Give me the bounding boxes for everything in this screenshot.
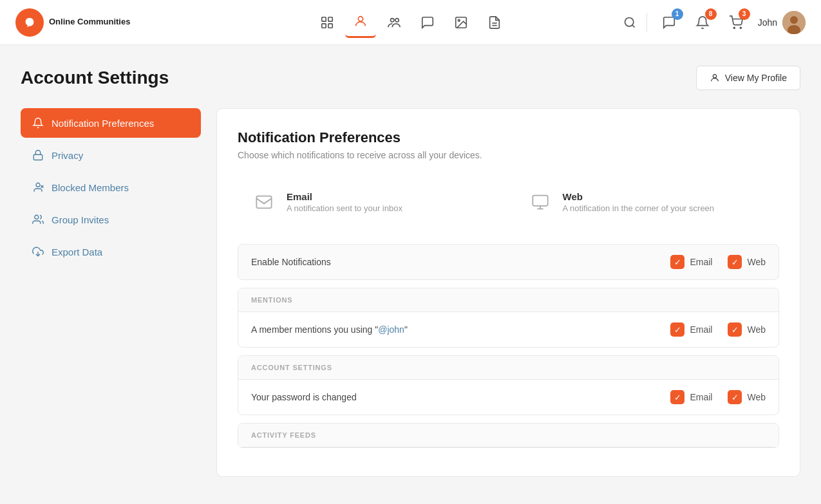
member-mention-row: A member mentions you using "@john" ✓ Em… [238,312,779,347]
svg-point-5 [390,18,394,21]
avatar [782,11,806,34]
sidebar-item-export-data[interactable]: Export Data [21,237,201,266]
svg-point-8 [458,19,460,21]
account-settings-group: ACCOUNT SETTINGS Your password is change… [238,355,779,415]
sidebar-item-notification-preferences[interactable]: Notification Preferences [21,108,201,138]
section-title: Notification Preferences [238,129,779,146]
enable-notifications-label: Enable Notifications [251,257,670,267]
nav-messages-btn[interactable] [412,7,443,38]
search-btn[interactable] [623,16,636,29]
view-profile-label: View My Profile [725,73,787,83]
web-channel-card: Web A notification in the corner of your… [514,178,780,226]
sidebar-label-blocked-members: Blocked Members [52,182,129,193]
topnav-icons [213,7,609,38]
mention-web-checkbox[interactable]: ✓ [728,322,742,337]
svg-rect-2 [321,23,325,27]
channel-cards: Email A notification sent to your inbox … [238,178,779,226]
content-layout: Notification Preferences Privacy Blocked… [21,108,800,477]
cloud-icon [32,246,44,257]
email-channel-card: Email A notification sent to your inbox [238,178,504,226]
svg-point-6 [395,18,399,21]
topnav: Online Communities [0,0,821,45]
password-email-label: Email [690,392,712,402]
cart-badge-btn[interactable]: 3 [724,11,748,34]
brand-name: Online Communities [49,17,130,28]
main-content: Notification Preferences Choose which no… [216,108,800,477]
member-mention-label: A member mentions you using "@john" [251,324,670,335]
sidebar-item-group-invites[interactable]: Group Invites [21,205,201,234]
activity-feeds-group: ACTIVITY FEEDS [238,423,779,448]
svg-point-23 [35,215,39,219]
enable-web-label: Web [747,257,766,267]
user-block-icon [32,182,44,193]
sidebar-item-blocked-members[interactable]: Blocked Members [21,173,201,202]
enable-email-check[interactable]: ✓ Email [670,255,712,269]
svg-point-18 [713,75,716,78]
mentions-group-header: MENTIONS [238,288,779,312]
enable-email-label: Email [690,257,712,267]
mention-email-checkbox[interactable]: ✓ [670,322,684,337]
password-changed-row: Your password is changed ✓ Email ✓ Web [238,380,779,415]
email-icon [250,189,278,216]
sidebar-label-privacy: Privacy [52,150,83,161]
password-email-checkbox[interactable]: ✓ [670,390,684,404]
email-channel-desc: A notification sent to your inbox [287,203,402,213]
mention-email-check[interactable]: ✓ Email [670,322,712,337]
svg-point-14 [740,27,741,28]
password-email-check[interactable]: ✓ Email [670,390,712,404]
nav-profile-btn[interactable] [345,7,376,38]
password-web-check[interactable]: ✓ Web [728,390,766,404]
page-header: Account Settings View My Profile [21,66,800,90]
activity-feeds-group-header: ACTIVITY FEEDS [238,424,779,447]
nav-documents-btn[interactable] [479,7,510,38]
messages-badge: 1 [672,8,683,20]
view-profile-button[interactable]: View My Profile [696,66,800,90]
password-web-checkbox[interactable]: ✓ [728,390,742,404]
enable-notifications-checks: ✓ Email ✓ Web [670,255,766,269]
nav-dashboard-btn[interactable] [312,7,343,38]
nav-media-btn[interactable] [446,7,477,38]
mention-email-label: Email [690,324,712,335]
messages-badge-btn[interactable]: 1 [657,11,681,34]
nav-groups-btn[interactable] [379,7,410,38]
section-desc: Choose which notifications to receive ac… [238,150,779,160]
sidebar-item-privacy[interactable]: Privacy [21,140,201,170]
enable-web-checkbox[interactable]: ✓ [728,255,742,269]
password-changed-checks: ✓ Email ✓ Web [670,390,766,404]
enable-email-checkbox[interactable]: ✓ [670,255,684,269]
profile-icon [710,73,720,83]
web-channel-name: Web [563,191,715,202]
svg-point-11 [625,17,633,26]
web-channel-desc: A notification in the corner of your scr… [563,203,715,213]
account-settings-group-header: ACCOUNT SETTINGS [238,356,779,380]
user-info[interactable]: John [758,11,806,34]
svg-rect-1 [328,17,332,21]
mention-web-label: Web [747,324,766,335]
topnav-right: 1 8 3 John [608,11,806,34]
monitor-icon [527,189,554,216]
svg-rect-3 [328,23,332,27]
notifications-badge-btn[interactable]: 8 [691,11,714,34]
logo-icon[interactable] [15,8,44,37]
password-changed-label: Your password is changed [251,392,670,402]
sidebar: Notification Preferences Privacy Blocked… [21,108,201,477]
topnav-brand: Online Communities [15,8,213,37]
cart-badge: 3 [739,8,750,20]
users-icon [32,214,44,225]
lock-icon [32,149,44,161]
sidebar-label-group-invites: Group Invites [52,214,109,225]
page-container: Account Settings View My Profile Notific… [0,45,821,477]
enable-web-check[interactable]: ✓ Web [728,255,766,269]
svg-point-16 [790,16,798,24]
svg-rect-0 [321,17,325,21]
svg-rect-19 [33,154,42,160]
page-title: Account Settings [21,68,169,88]
enable-notifications-row: Enable Notifications ✓ Email ✓ Web [238,244,779,280]
svg-rect-25 [256,196,271,209]
mention-web-check[interactable]: ✓ Web [728,322,766,337]
svg-line-12 [632,24,635,27]
mentions-group: MENTIONS A member mentions you using "@j… [238,288,779,348]
sidebar-label-notification-preferences: Notification Preferences [52,118,154,129]
notifications-badge: 8 [705,8,717,20]
user-name: John [758,17,777,28]
